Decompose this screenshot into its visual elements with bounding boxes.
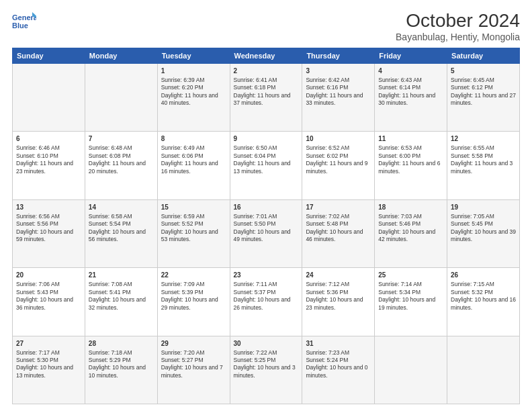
cell-4-0: 27Sunrise: 7:17 AMSunset: 5:30 PMDayligh…	[13, 336, 85, 404]
cell-2-6: 19Sunrise: 7:05 AMSunset: 5:45 PMDayligh…	[447, 199, 520, 267]
day-number: 27	[16, 339, 81, 349]
svg-text:Blue: Blue	[12, 21, 28, 30]
day-number: 12	[451, 134, 516, 144]
week-row-3: 13Sunrise: 6:56 AMSunset: 5:56 PMDayligh…	[13, 199, 520, 267]
day-number: 22	[161, 271, 226, 280]
day-number: 30	[234, 339, 299, 349]
cell-0-6: 5Sunrise: 6:45 AMSunset: 6:12 PMDaylight…	[447, 63, 520, 131]
day-content: Sunrise: 7:05 AMSunset: 5:45 PMDaylight:…	[451, 213, 516, 244]
cell-1-0: 6Sunrise: 6:46 AMSunset: 6:10 PMDaylight…	[13, 132, 85, 199]
page: General Blue October 2024 Bayanbulag, He…	[0, 0, 532, 411]
day-number: 31	[306, 339, 371, 349]
day-content: Sunrise: 7:06 AMSunset: 5:43 PMDaylight:…	[16, 281, 81, 312]
day-content: Sunrise: 6:53 AMSunset: 6:00 PMDaylight:…	[378, 144, 443, 175]
day-number: 18	[378, 203, 443, 212]
day-number: 10	[306, 134, 371, 144]
day-number: 1	[161, 66, 226, 76]
week-row-4: 20Sunrise: 7:06 AMSunset: 5:43 PMDayligh…	[13, 268, 520, 336]
cell-3-6: 26Sunrise: 7:15 AMSunset: 5:32 PMDayligh…	[447, 268, 520, 336]
day-number: 8	[161, 134, 226, 144]
day-content: Sunrise: 7:09 AMSunset: 5:39 PMDaylight:…	[161, 281, 226, 312]
day-number: 15	[161, 203, 226, 212]
day-number: 25	[378, 271, 443, 280]
day-number: 7	[89, 134, 154, 144]
day-content: Sunrise: 6:45 AMSunset: 6:12 PMDaylight:…	[451, 77, 516, 107]
cell-1-3: 9Sunrise: 6:50 AMSunset: 6:04 PMDaylight…	[230, 132, 302, 199]
day-content: Sunrise: 7:17 AMSunset: 5:30 PMDaylight:…	[16, 349, 81, 380]
day-content: Sunrise: 6:52 AMSunset: 6:02 PMDaylight:…	[306, 144, 371, 175]
header-row: SundayMondayTuesdayWednesdayThursdayFrid…	[13, 48, 520, 63]
day-content: Sunrise: 6:50 AMSunset: 6:04 PMDaylight:…	[234, 144, 299, 175]
day-content: Sunrise: 6:49 AMSunset: 6:06 PMDaylight:…	[161, 144, 226, 175]
header-friday: Friday	[375, 48, 447, 63]
day-content: Sunrise: 6:46 AMSunset: 6:10 PMDaylight:…	[16, 144, 81, 175]
header: General Blue October 2024 Bayanbulag, He…	[12, 11, 520, 42]
day-number: 21	[89, 271, 154, 280]
main-title: October 2024	[396, 11, 520, 32]
header-monday: Monday	[85, 48, 157, 63]
day-number: 3	[306, 66, 371, 76]
day-number: 16	[234, 203, 299, 212]
day-content: Sunrise: 6:48 AMSunset: 6:08 PMDaylight:…	[89, 144, 154, 175]
day-content: Sunrise: 7:22 AMSunset: 5:25 PMDaylight:…	[234, 349, 299, 380]
day-content: Sunrise: 7:15 AMSunset: 5:32 PMDaylight:…	[451, 281, 516, 312]
day-content: Sunrise: 6:41 AMSunset: 6:18 PMDaylight:…	[234, 77, 299, 107]
day-content: Sunrise: 6:58 AMSunset: 5:54 PMDaylight:…	[89, 213, 154, 244]
week-row-5: 27Sunrise: 7:17 AMSunset: 5:30 PMDayligh…	[13, 336, 520, 404]
cell-0-1	[85, 63, 157, 131]
cell-3-5: 25Sunrise: 7:14 AMSunset: 5:34 PMDayligh…	[375, 268, 447, 336]
day-number: 19	[451, 203, 516, 212]
cell-1-6: 12Sunrise: 6:55 AMSunset: 5:58 PMDayligh…	[447, 132, 520, 199]
cell-3-3: 23Sunrise: 7:11 AMSunset: 5:37 PMDayligh…	[230, 268, 302, 336]
day-number: 6	[16, 134, 81, 144]
cell-0-4: 3Sunrise: 6:42 AMSunset: 6:16 PMDaylight…	[302, 63, 375, 131]
day-content: Sunrise: 7:14 AMSunset: 5:34 PMDaylight:…	[378, 281, 443, 312]
cell-1-4: 10Sunrise: 6:52 AMSunset: 6:02 PMDayligh…	[302, 132, 375, 199]
header-wednesday: Wednesday	[230, 48, 302, 63]
day-number: 13	[16, 203, 81, 212]
day-number: 28	[89, 339, 154, 349]
logo: General Blue	[12, 11, 34, 32]
day-content: Sunrise: 7:01 AMSunset: 5:50 PMDaylight:…	[234, 213, 299, 244]
day-content: Sunrise: 7:11 AMSunset: 5:37 PMDaylight:…	[234, 281, 299, 312]
cell-0-2: 1Sunrise: 6:39 AMSunset: 6:20 PMDaylight…	[157, 63, 230, 131]
day-number: 5	[451, 66, 516, 76]
cell-1-2: 8Sunrise: 6:49 AMSunset: 6:06 PMDaylight…	[157, 132, 230, 199]
cell-3-2: 22Sunrise: 7:09 AMSunset: 5:39 PMDayligh…	[157, 268, 230, 336]
day-content: Sunrise: 6:55 AMSunset: 5:58 PMDaylight:…	[451, 144, 516, 175]
cell-2-3: 16Sunrise: 7:01 AMSunset: 5:50 PMDayligh…	[230, 199, 302, 267]
day-number: 14	[89, 203, 154, 212]
day-content: Sunrise: 7:08 AMSunset: 5:41 PMDaylight:…	[89, 281, 154, 312]
cell-4-5	[375, 336, 447, 404]
cell-4-4: 31Sunrise: 7:23 AMSunset: 5:24 PMDayligh…	[302, 336, 375, 404]
day-number: 29	[161, 339, 226, 349]
cell-0-5: 4Sunrise: 6:43 AMSunset: 6:14 PMDaylight…	[375, 63, 447, 131]
day-number: 2	[234, 66, 299, 76]
cell-1-1: 7Sunrise: 6:48 AMSunset: 6:08 PMDaylight…	[85, 132, 157, 199]
header-tuesday: Tuesday	[157, 48, 230, 63]
cell-2-0: 13Sunrise: 6:56 AMSunset: 5:56 PMDayligh…	[13, 199, 85, 267]
cell-4-2: 29Sunrise: 7:20 AMSunset: 5:27 PMDayligh…	[157, 336, 230, 404]
cell-2-1: 14Sunrise: 6:58 AMSunset: 5:54 PMDayligh…	[85, 199, 157, 267]
calendar-body: 1Sunrise: 6:39 AMSunset: 6:20 PMDaylight…	[13, 63, 520, 404]
cell-1-5: 11Sunrise: 6:53 AMSunset: 6:00 PMDayligh…	[375, 132, 447, 199]
day-content: Sunrise: 6:56 AMSunset: 5:56 PMDaylight:…	[16, 213, 81, 244]
day-content: Sunrise: 7:23 AMSunset: 5:24 PMDaylight:…	[306, 349, 371, 380]
day-number: 20	[16, 271, 81, 280]
day-number: 26	[451, 271, 516, 280]
cell-0-3: 2Sunrise: 6:41 AMSunset: 6:18 PMDaylight…	[230, 63, 302, 131]
cell-2-5: 18Sunrise: 7:03 AMSunset: 5:46 PMDayligh…	[375, 199, 447, 267]
day-content: Sunrise: 7:20 AMSunset: 5:27 PMDaylight:…	[161, 349, 226, 380]
week-row-1: 1Sunrise: 6:39 AMSunset: 6:20 PMDaylight…	[13, 63, 520, 131]
subtitle: Bayanbulag, Hentiy, Mongolia	[396, 32, 520, 42]
calendar-header: SundayMondayTuesdayWednesdayThursdayFrid…	[13, 48, 520, 63]
header-saturday: Saturday	[447, 48, 520, 63]
day-number: 24	[306, 271, 371, 280]
day-number: 17	[306, 203, 371, 212]
cell-4-6	[447, 336, 520, 404]
cell-2-2: 15Sunrise: 6:59 AMSunset: 5:52 PMDayligh…	[157, 199, 230, 267]
day-content: Sunrise: 6:39 AMSunset: 6:20 PMDaylight:…	[161, 77, 226, 107]
week-row-2: 6Sunrise: 6:46 AMSunset: 6:10 PMDaylight…	[13, 132, 520, 199]
day-number: 23	[234, 271, 299, 280]
cell-3-1: 21Sunrise: 7:08 AMSunset: 5:41 PMDayligh…	[85, 268, 157, 336]
